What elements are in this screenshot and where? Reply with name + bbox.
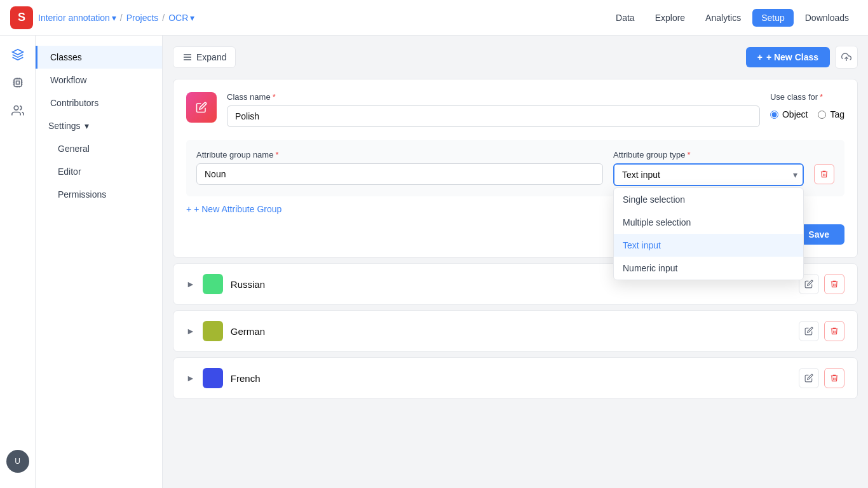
menu-item-classes[interactable]: Classes (36, 46, 162, 69)
expand-chevron[interactable]: ► (186, 326, 195, 336)
edit-button-french[interactable] (799, 368, 819, 388)
svg-marker-0 (12, 50, 23, 55)
icon-sidebar: U (0, 36, 36, 488)
class-color-swatch (186, 92, 217, 123)
breadcrumb-interior[interactable]: Interior annotation ▾ (38, 13, 116, 23)
type-dropdown-wrapper: Single selection Multiple selection Text… (613, 163, 804, 186)
page-layout: U Classes Workflow Contributors Settings… (0, 36, 868, 488)
main-content: Expand + + New Class (163, 36, 868, 488)
dropdown-option-text[interactable]: Text input (614, 234, 803, 257)
users-icon[interactable] (6, 99, 29, 122)
edit-button-german[interactable] (799, 321, 819, 341)
attr-group-name-input[interactable] (196, 163, 603, 185)
nav-setup[interactable]: Setup (752, 9, 794, 27)
breadcrumb-projects[interactable]: Projects (126, 13, 159, 23)
top-nav: S Interior annotation ▾ / Projects / OCR… (0, 0, 868, 36)
delete-button-russian[interactable] (824, 274, 844, 294)
expand-button[interactable]: Expand (173, 46, 236, 68)
class-swatch-french (203, 368, 223, 388)
toolbar: Expand + + New Class (173, 46, 858, 69)
active-class-card: Class name * Use class for * Object (173, 79, 858, 258)
breadcrumb: Interior annotation ▾ / Projects / OCR ▾ (38, 13, 602, 23)
class-swatch-german (203, 321, 223, 341)
attr-group-type-field: Attribute group type * Single selection … (613, 150, 804, 186)
expand-chevron[interactable]: ► (186, 279, 195, 289)
class-name-russian: Russian (231, 279, 265, 290)
layers-icon[interactable] (6, 43, 29, 66)
dropdown-option-single[interactable]: Single selection (614, 188, 803, 211)
use-class-group: Use class for * Object Tag (770, 92, 844, 119)
class-name-input[interactable] (227, 105, 760, 127)
class-name-label: Class name * (227, 92, 760, 102)
radio-tag[interactable]: Tag (818, 109, 844, 119)
chevron-down-icon: ▾ (190, 13, 194, 23)
menu-item-editor[interactable]: Editor (36, 160, 162, 183)
delete-button-french[interactable] (824, 368, 844, 388)
class-name-row: Class name * Use class for * Object (186, 92, 844, 127)
cpu-icon[interactable] (6, 71, 29, 94)
radio-object[interactable]: Object (770, 109, 808, 119)
app-logo: S (10, 6, 33, 29)
nav-data[interactable]: Data (607, 9, 644, 27)
dropdown-option-numeric[interactable]: Numeric input (614, 257, 803, 280)
delete-attr-button[interactable] (814, 164, 834, 184)
avatar[interactable]: U (6, 450, 29, 473)
breadcrumb-ocr[interactable]: OCR ▾ (168, 13, 194, 23)
attr-group-name-field: Attribute group name * (196, 150, 603, 185)
svg-rect-2 (14, 79, 22, 86)
chevron-down-icon: ▾ (85, 121, 89, 131)
menu-item-settings[interactable]: Settings ▾ (36, 114, 162, 137)
new-attribute-group-button[interactable]: + + New Attribute Group (186, 204, 281, 214)
svg-rect-1 (16, 81, 19, 85)
class-name-french: French (231, 373, 261, 384)
left-menu: Classes Workflow Contributors Settings ▾… (36, 36, 163, 488)
nav-downloads[interactable]: Downloads (796, 9, 858, 27)
nav-links: Data Explore Analytics Setup Downloads (607, 9, 858, 27)
menu-item-permissions[interactable]: Permissions (36, 183, 162, 206)
attribute-group-row: Attribute group name * Attribute group t… (186, 140, 844, 196)
plus-icon: + (186, 204, 191, 214)
class-row-german: ► German (173, 310, 858, 352)
upload-button[interactable] (835, 46, 858, 69)
nav-analytics[interactable]: Analytics (696, 9, 750, 27)
class-name-field: Class name * (227, 92, 760, 127)
dropdown-option-multiple[interactable]: Multiple selection (614, 211, 803, 234)
new-class-button[interactable]: + + New Class (746, 47, 830, 67)
menu-item-workflow[interactable]: Workflow (36, 69, 162, 92)
nav-explore[interactable]: Explore (646, 9, 694, 27)
dropdown-menu: Single selection Multiple selection Text… (613, 187, 804, 280)
class-swatch-russian (203, 274, 223, 294)
expand-chevron[interactable]: ► (186, 373, 195, 383)
plus-icon: + (757, 52, 763, 62)
menu-item-general[interactable]: General (36, 137, 162, 160)
chevron-down-icon: ▾ (112, 13, 116, 23)
class-row-french: ► French (173, 357, 858, 399)
class-name-german: German (231, 326, 265, 337)
delete-button-german[interactable] (824, 321, 844, 341)
svg-point-3 (14, 106, 18, 111)
menu-item-contributors[interactable]: Contributors (36, 92, 162, 114)
attr-type-select[interactable]: Single selection Multiple selection Text… (613, 163, 804, 186)
